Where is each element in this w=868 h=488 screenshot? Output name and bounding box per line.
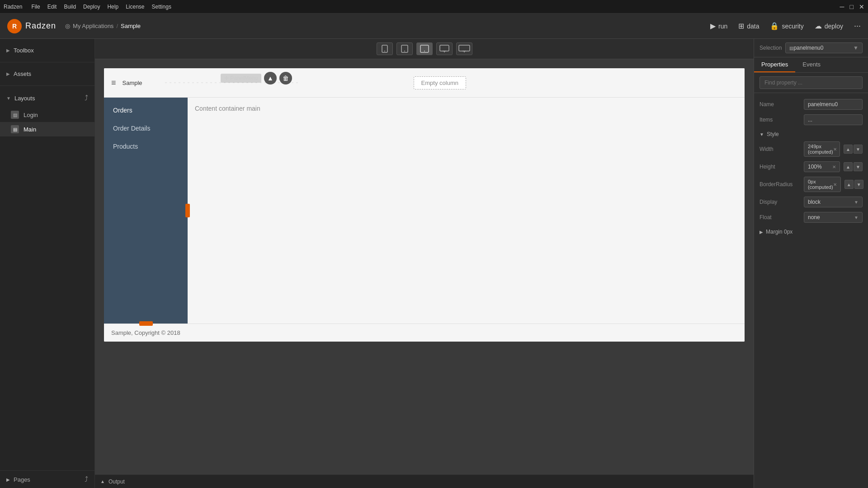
panel-menu-item-products[interactable]: Products xyxy=(104,137,188,155)
width-clear-button[interactable]: ✕ xyxy=(833,147,837,152)
main-toolbar: R Radzen ◎ My Applications / Sample ▶ ru… xyxy=(0,14,868,39)
layouts-section: ▼ Layouts ⤴ ▤ Login ▤ Main xyxy=(0,86,94,470)
style-section-label: Style xyxy=(767,131,779,137)
height-expand-down-button[interactable]: ▼ xyxy=(854,162,863,171)
toolbox-label: Toolbox xyxy=(14,47,34,54)
border-radius-clear-button[interactable]: ✕ xyxy=(833,182,837,187)
prop-width-value[interactable]: 249px (computed) ✕ xyxy=(804,141,840,157)
minimize-button[interactable]: ─ xyxy=(840,3,844,10)
svg-point-1 xyxy=(384,51,385,52)
selection-value[interactable]: ▤ panelmenu0 ▼ xyxy=(785,42,863,53)
selection-row: Selection ▤ panelmenu0 ▼ xyxy=(754,39,868,57)
main-canvas: ≡ Sample ✛ PanelMenu ▲ 🗑 xyxy=(95,39,754,488)
page-header-title: Sample xyxy=(123,80,142,86)
window-controls: ─ □ ✕ xyxy=(840,3,864,10)
deploy-button[interactable]: ☁ deploy xyxy=(815,22,843,30)
breadcrumb-separator: / xyxy=(116,23,118,29)
device-desktop-button[interactable] xyxy=(456,42,472,55)
menu-file[interactable]: File xyxy=(31,4,40,10)
output-bar: ▲ Output xyxy=(95,474,754,488)
border-radius-expand-down-button[interactable]: ▼ xyxy=(854,180,863,189)
panel-menu-items: Orders Order Details Products xyxy=(104,98,188,159)
device-tablet-button[interactable] xyxy=(416,42,433,55)
margin-section-header[interactable]: ▶ Margin 0px xyxy=(754,225,868,237)
security-icon: 🔒 xyxy=(770,22,779,30)
width-expand-down-button[interactable]: ▼ xyxy=(854,145,863,154)
panel-menu-resize-handle-right[interactable] xyxy=(185,204,190,217)
delete-component-button[interactable]: 🗑 xyxy=(279,72,292,84)
prop-float-label: Float xyxy=(760,214,800,221)
prop-border-radius-value[interactable]: 0px (computed) ✕ xyxy=(804,177,841,192)
prop-name-label: Name xyxy=(760,101,800,108)
security-button[interactable]: 🔒 security xyxy=(770,22,803,30)
svg-rect-9 xyxy=(459,45,470,51)
more-options-button[interactable]: ··· xyxy=(854,21,861,31)
margin-section-arrow: ▶ xyxy=(760,230,763,235)
menu-edit[interactable]: Edit xyxy=(47,4,57,10)
empty-column-button[interactable]: Empty column xyxy=(414,76,466,89)
style-section-header[interactable]: ▼ Style xyxy=(754,127,868,139)
display-dropdown-icon: ▼ xyxy=(854,200,859,205)
prop-display-label: Display xyxy=(760,199,800,205)
panel-menu-resize-handle-bottom[interactable] xyxy=(139,321,153,326)
menu-settings[interactable]: Settings xyxy=(152,4,171,10)
menu-bar: File Edit Build Deploy Help License Sett… xyxy=(31,4,171,10)
sidebar-item-main[interactable]: ▤ Main xyxy=(0,122,94,136)
svg-rect-6 xyxy=(440,45,449,51)
prop-items-value[interactable]: ... xyxy=(804,114,863,125)
content-container: Content container main xyxy=(188,98,745,324)
left-sidebar: ▶ Toolbox ▶ Assets ▼ Layouts ⤴ ▤ Login xyxy=(0,39,95,488)
layouts-export-icon[interactable]: ⤴ xyxy=(85,94,88,102)
sidebar-item-login-label: Login xyxy=(24,112,38,118)
device-desktop-sm-button[interactable] xyxy=(436,42,453,55)
height-expand-up-button[interactable]: ▲ xyxy=(844,162,853,171)
border-radius-expand-up-button[interactable]: ▲ xyxy=(844,180,854,189)
tab-properties[interactable]: Properties xyxy=(754,57,795,72)
prop-height-label: Height xyxy=(760,164,800,170)
pages-export-icon[interactable]: ⤴ xyxy=(85,475,88,483)
panel-menu-item-orders[interactable]: Orders xyxy=(104,101,188,119)
data-button[interactable]: ⊞ data xyxy=(738,22,759,30)
footer-text: Sample, Copyright © 2018 xyxy=(111,329,180,336)
toolbox-arrow: ▶ xyxy=(6,48,10,53)
prop-float-select[interactable]: none ▼ xyxy=(804,212,863,223)
layouts-header[interactable]: ▼ Layouts ⤴ xyxy=(0,90,94,106)
menu-license[interactable]: License xyxy=(126,4,144,10)
page-footer: Sample, Copyright © 2018 xyxy=(104,324,745,342)
panel-tabs: Properties Events xyxy=(754,57,868,73)
menu-help[interactable]: Help xyxy=(107,4,118,10)
device-tablet-sm-button[interactable] xyxy=(396,42,413,55)
canvas-content[interactable]: ≡ Sample ✛ PanelMenu ▲ 🗑 xyxy=(95,59,754,474)
maximize-button[interactable]: □ xyxy=(850,3,854,10)
device-mobile-button[interactable] xyxy=(377,42,393,55)
prop-name-value-text: panelmenu0 xyxy=(808,101,859,108)
toolbox-header[interactable]: ▶ Toolbox xyxy=(0,43,94,57)
breadcrumb-app-icon: ◎ xyxy=(65,23,70,29)
login-page-icon: ▤ xyxy=(11,111,19,119)
prop-border-radius-value-text: 0px (computed) xyxy=(808,179,833,190)
run-button[interactable]: ▶ run xyxy=(710,22,727,30)
prop-border-radius-row: BorderRadius 0px (computed) ✕ ▲ ▼ xyxy=(754,174,868,194)
tab-events[interactable]: Events xyxy=(795,57,828,72)
prop-name-value[interactable]: panelmenu0 xyxy=(804,99,863,110)
menu-build[interactable]: Build xyxy=(64,4,76,10)
prop-height-value[interactable]: 100% ✕ xyxy=(804,161,840,172)
page-header: ≡ Sample ✛ PanelMenu ▲ 🗑 xyxy=(104,68,745,98)
pages-label: Pages xyxy=(14,476,30,483)
menu-deploy[interactable]: Deploy xyxy=(83,4,100,10)
move-up-button[interactable]: ▲ xyxy=(264,72,277,84)
prop-display-select[interactable]: block ▼ xyxy=(804,197,863,207)
breadcrumb-app-label[interactable]: My Applications xyxy=(73,23,113,29)
close-button[interactable]: ✕ xyxy=(859,3,864,10)
pages-button[interactable]: ▶ Pages ⤴ xyxy=(0,471,94,488)
height-clear-button[interactable]: ✕ xyxy=(832,164,836,169)
width-expand-up-button[interactable]: ▲ xyxy=(844,145,853,154)
output-expand-arrow[interactable]: ▲ xyxy=(100,479,105,484)
panel-menu-item-order-details[interactable]: Order Details xyxy=(104,119,188,137)
assets-header[interactable]: ▶ Assets xyxy=(0,67,94,81)
find-property-input[interactable] xyxy=(760,76,863,89)
sidebar-bottom: ▶ Pages ⤴ xyxy=(0,470,94,488)
assets-arrow: ▶ xyxy=(6,71,10,76)
sidebar-item-login[interactable]: ▤ Login xyxy=(0,108,94,122)
hamburger-icon: ≡ xyxy=(111,78,116,88)
